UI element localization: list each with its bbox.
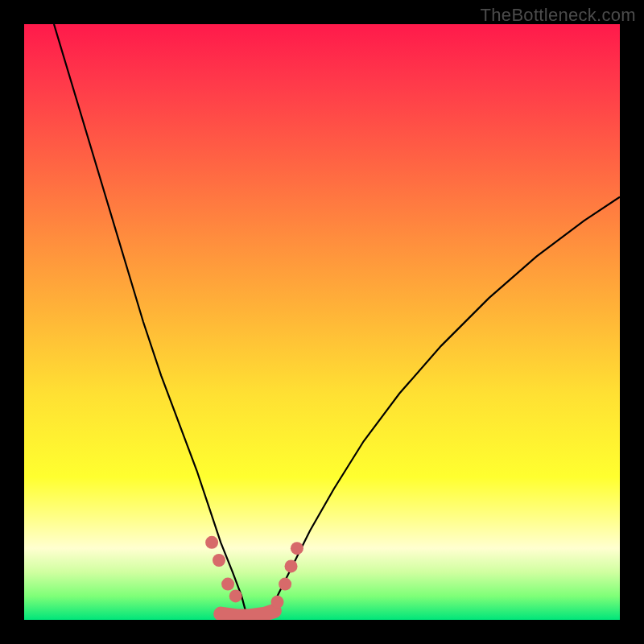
marker-dot — [291, 542, 303, 555]
left-curve — [54, 24, 246, 614]
marker-dots — [205, 536, 303, 609]
marker-dot — [221, 578, 234, 591]
valley-band — [221, 611, 275, 617]
marker-dot — [213, 554, 225, 567]
marker-dot — [229, 589, 242, 602]
marker-dot — [205, 536, 218, 549]
chart-frame: TheBottleneck.com — [0, 0, 644, 644]
right-curve — [270, 197, 620, 614]
watermark: TheBottleneck.com — [481, 5, 636, 26]
marker-dot — [279, 578, 291, 591]
plot-area — [24, 24, 620, 620]
curves-layer — [24, 24, 620, 620]
marker-dot — [285, 559, 298, 572]
marker-dot — [271, 596, 284, 609]
